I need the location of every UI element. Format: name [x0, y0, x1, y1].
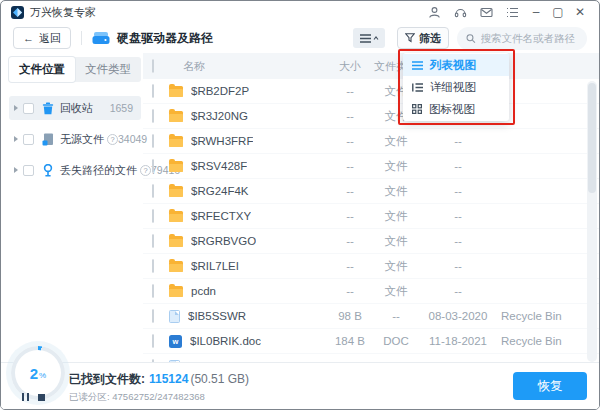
- folder-icon: [169, 236, 183, 247]
- checkbox[interactable]: [152, 109, 154, 123]
- table-row[interactable]: $RG24F4K -- 文件 --: [143, 179, 599, 204]
- icon-view-icon: [412, 104, 422, 114]
- sidebar-item-label: 无源文件: [60, 132, 104, 147]
- found-files-count: 115124: [149, 372, 188, 386]
- checkbox[interactable]: [152, 134, 154, 148]
- file-table: 名称 大小 文件类型 $RB2DF2P -- 文件 -- $R3J20NG --…: [143, 53, 599, 364]
- sidebar-item-label: 丢失路径的文件: [60, 163, 137, 178]
- location-title: 硬盘驱动器及路径: [117, 30, 213, 47]
- checkbox[interactable]: [152, 309, 154, 323]
- support-headset-icon[interactable]: [447, 2, 473, 22]
- checkbox[interactable]: [23, 103, 34, 114]
- table-row[interactable]: $IB5SSWR 98 B -- 08-03-2020 Recycle Bin: [143, 304, 599, 329]
- sidebar-item-label: 回收站: [60, 101, 93, 116]
- folder-icon: [169, 186, 183, 197]
- tab-file-location[interactable]: 文件位置: [9, 57, 75, 82]
- folder-icon: [169, 86, 183, 97]
- checkbox[interactable]: [152, 84, 154, 98]
- expand-caret-icon[interactable]: [14, 105, 18, 111]
- expand-caret-icon[interactable]: [14, 136, 18, 142]
- column-name[interactable]: 名称: [169, 59, 327, 74]
- list-view-icon: [412, 61, 423, 70]
- menu-icon[interactable]: [499, 2, 525, 22]
- app-window: 万兴恢复专家 – ▢ ✕ ← 返回 硬盘驱动器及路径: [0, 0, 600, 410]
- folder-icon: [169, 286, 183, 297]
- sidebar-item-sourceless-files[interactable]: 无源文件 34049: [9, 127, 141, 151]
- search-box[interactable]: [457, 27, 587, 50]
- word-doc-icon: [169, 335, 182, 348]
- table-row[interactable]: $RGRBVGO -- 文件 --: [143, 229, 599, 254]
- sidebar-tabs: 文件位置 文件类型: [9, 57, 141, 82]
- sidebar: 文件位置 文件类型 回收站 1659: [1, 53, 143, 364]
- checkbox[interactable]: [152, 259, 154, 273]
- folder-icon: [169, 261, 183, 272]
- checkbox[interactable]: [152, 184, 154, 198]
- statusbar: 2% 已找到文件数:115124(50.51 GB) 已读分区: 4756275…: [1, 362, 599, 409]
- folder-icon: [169, 211, 183, 222]
- found-files-size: (50.51 GB): [190, 372, 249, 386]
- sourceless-file-icon: [40, 133, 55, 146]
- checkbox[interactable]: [23, 134, 34, 145]
- checkbox[interactable]: [152, 334, 154, 348]
- column-size[interactable]: 大小: [327, 59, 373, 74]
- back-label: 返回: [39, 31, 61, 46]
- app-logo-icon: [11, 6, 24, 19]
- folder-icon: [169, 136, 183, 147]
- scan-progress-ring: 2%: [11, 346, 65, 400]
- item-count: 1659: [110, 102, 133, 114]
- account-icon[interactable]: [421, 2, 447, 22]
- table-row[interactable]: $RSV428F -- 文件 --: [143, 154, 599, 179]
- view-mode-menu: 列表视图 详细视图 图标视图: [403, 53, 509, 121]
- read-sectors-text: 已读分区: 47562752/247482368: [69, 391, 249, 404]
- menu-item-detail-view[interactable]: 详细视图: [403, 76, 509, 98]
- select-all-checkbox[interactable]: [152, 59, 154, 73]
- app-title: 万兴恢复专家: [30, 5, 96, 20]
- scrollbar-thumb[interactable]: [588, 83, 596, 193]
- table-row[interactable]: pcdn -- 文件 --: [143, 279, 599, 304]
- table-header: 名称 大小 文件类型: [143, 53, 599, 79]
- tab-file-type[interactable]: 文件类型: [75, 57, 141, 82]
- checkbox[interactable]: [152, 234, 154, 248]
- checkbox[interactable]: [152, 159, 154, 173]
- feedback-mail-icon[interactable]: [473, 2, 499, 22]
- search-icon: [466, 33, 476, 44]
- scrollbar-track[interactable]: [587, 81, 597, 362]
- divider: [81, 31, 82, 45]
- minimize-icon[interactable]: –: [525, 2, 547, 22]
- help-icon[interactable]: [107, 134, 118, 145]
- search-input[interactable]: [481, 32, 578, 44]
- menu-item-list-view[interactable]: 列表视图: [403, 54, 509, 76]
- checkbox[interactable]: [152, 284, 154, 298]
- detail-view-icon: [412, 83, 423, 92]
- table-row[interactable]: $IL0BRIK.doc 184 B DOC 11-18-2021 Recycl…: [143, 329, 599, 354]
- filter-button[interactable]: 筛选: [397, 27, 449, 49]
- sidebar-item-lost-path-files[interactable]: 丢失路径的文件 79416: [9, 158, 141, 182]
- back-button[interactable]: ← 返回: [13, 27, 71, 49]
- checkbox[interactable]: [23, 165, 34, 176]
- table-row[interactable]: $RFECTXY -- 文件 --: [143, 204, 599, 229]
- back-arrow-icon: ←: [23, 32, 34, 44]
- table-row[interactable]: $RWH3FRF -- 文件 --: [143, 129, 599, 154]
- trash-icon: [40, 102, 55, 115]
- found-files-label: 已找到文件数:: [69, 372, 145, 386]
- funnel-icon: [405, 33, 415, 43]
- view-mode-button[interactable]: [353, 28, 385, 48]
- close-icon[interactable]: ✕: [569, 2, 591, 22]
- menu-item-icon-view[interactable]: 图标视图: [403, 98, 509, 120]
- table-row[interactable]: $RIL7LEI -- 文件 --: [143, 254, 599, 279]
- file-icon: [169, 310, 180, 323]
- sidebar-item-recycle-bin[interactable]: 回收站 1659: [9, 96, 141, 120]
- filter-label: 筛选: [419, 31, 441, 46]
- table-row[interactable]: $RB2DF2P -- 文件 --: [143, 79, 599, 104]
- expand-caret-icon[interactable]: [14, 167, 18, 173]
- checkbox[interactable]: [152, 209, 154, 223]
- recover-button[interactable]: 恢复: [513, 372, 587, 400]
- folder-icon: [169, 111, 183, 122]
- folder-icon: [169, 161, 183, 172]
- maximize-icon[interactable]: ▢: [547, 2, 569, 22]
- table-row[interactable]: $R3J20NG -- 文件 --: [143, 104, 599, 129]
- titlebar: 万兴恢复专家 – ▢ ✕: [1, 1, 599, 23]
- lost-path-icon: [40, 164, 55, 177]
- toolbar: ← 返回 硬盘驱动器及路径 筛选: [1, 23, 599, 53]
- hard-drive-icon: [92, 31, 110, 46]
